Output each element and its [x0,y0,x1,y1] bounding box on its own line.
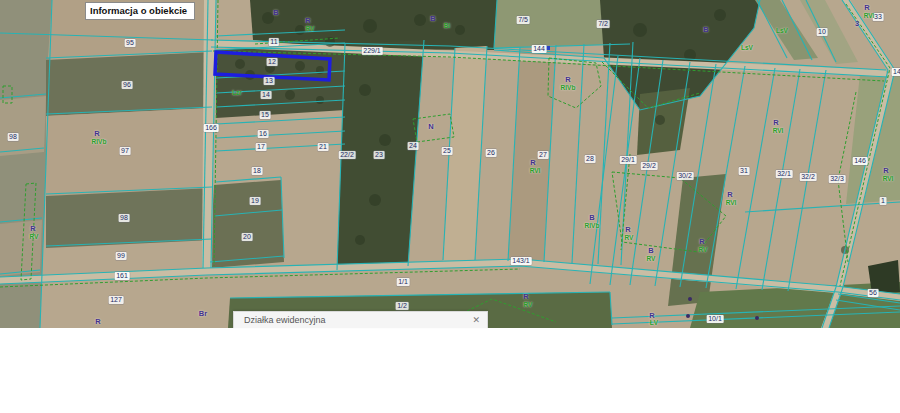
close-icon[interactable]: ✕ [465,315,487,325]
panel-title: Działka ewidencyjna [234,315,465,325]
page-background [0,328,900,413]
map-vector-overlay [0,0,900,328]
parcel-boundary-lines [0,0,900,328]
point-markers [546,46,759,320]
landuse-dashed-lines [0,0,890,324]
parcel-info-panel: Działka ewidencyjna ✕ [233,311,488,328]
map-viewport[interactable]: 959697989912798111213141516171819202122/… [0,0,900,328]
object-info-tooltip: Informacja o obiekcie [85,2,195,20]
